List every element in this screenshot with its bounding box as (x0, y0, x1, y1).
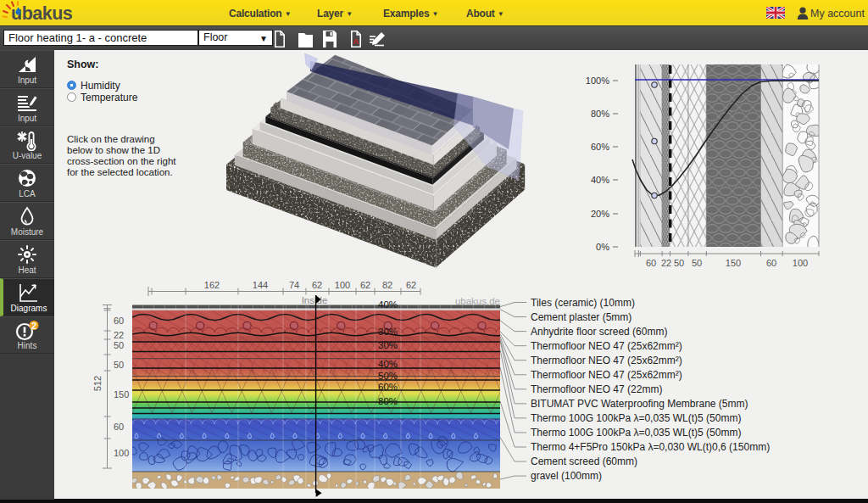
svg-text:Thermo 100G 100kPa λ=0,035 WL(: Thermo 100G 100kPa λ=0,035 WL(t)5 (50mm) (531, 412, 741, 424)
svg-text:Thermofloor NEO 47 (25x62mm²): Thermofloor NEO 47 (25x62mm²) (531, 355, 682, 366)
svg-text:162: 162 (204, 280, 220, 290)
svg-text:22: 22 (114, 330, 124, 340)
svg-text:144: 144 (253, 280, 268, 290)
svg-text:Anhydrite floor screed (60mm): Anhydrite floor screed (60mm) (531, 326, 667, 338)
svg-text:60%: 60% (591, 142, 609, 152)
svg-text:62: 62 (406, 280, 416, 290)
svg-text:40%: 40% (591, 175, 609, 185)
svg-text:Cement plaster (5mm): Cement plaster (5mm) (531, 311, 632, 323)
svg-text:62: 62 (360, 280, 370, 290)
svg-text:60%: 60% (378, 382, 398, 392)
svg-text:100: 100 (793, 258, 808, 268)
svg-text:Tiles (ceramic) (10mm): Tiles (ceramic) (10mm) (531, 297, 635, 309)
svg-text:50: 50 (674, 258, 684, 268)
svg-text:BITUMAT PVC Waterproofing Memb: BITUMAT PVC Waterproofing Membrane (5mm) (531, 398, 748, 410)
svg-text:2: 2 (31, 321, 36, 331)
svg-text:100: 100 (114, 448, 129, 458)
svg-text:40%: 40% (378, 299, 398, 310)
svg-text:512: 512 (92, 376, 103, 391)
svg-text:A: A (353, 36, 359, 46)
svg-text:82: 82 (382, 280, 392, 290)
svg-text:60: 60 (114, 422, 124, 432)
svg-text:22: 22 (661, 258, 671, 268)
svg-text:Thermofloor NEO 47 (22mm): Thermofloor NEO 47 (22mm) (531, 383, 662, 395)
svg-text:Thermofloor NEO 47 (25x62mm²): Thermofloor NEO 47 (25x62mm²) (531, 369, 682, 381)
svg-text:60: 60 (646, 258, 656, 268)
svg-text:150: 150 (726, 258, 741, 268)
svg-text:30%: 30% (378, 340, 398, 350)
svg-text:100%: 100% (586, 75, 609, 86)
svg-text:20%: 20% (591, 209, 609, 219)
svg-text:50%: 50% (378, 371, 398, 381)
svg-text:Thermo 100G 100kPa λ=0,035 WL(: Thermo 100G 100kPa λ=0,035 WL(t)5 (50mm) (531, 427, 741, 439)
svg-text:100: 100 (335, 280, 350, 290)
svg-text:Thermo 4+F5Pro 150kPa λ=0,030: Thermo 4+F5Pro 150kPa λ=0,030 WL(t)0,6 (… (531, 441, 770, 453)
svg-text:150: 150 (114, 389, 129, 400)
svg-text:30%: 30% (378, 327, 398, 337)
svg-text:0%: 0% (596, 242, 609, 252)
svg-text:Thermofloor NEO 47 (25x62mm²): Thermofloor NEO 47 (25x62mm²) (531, 340, 682, 352)
svg-text:60: 60 (114, 316, 124, 326)
svg-text:Cement screed (60mm): Cement screed (60mm) (531, 455, 637, 467)
svg-text:50: 50 (114, 360, 124, 370)
svg-text:50: 50 (114, 340, 124, 350)
svg-text:40%: 40% (378, 359, 398, 369)
svg-text:80%: 80% (591, 109, 609, 119)
svg-text:50: 50 (692, 258, 702, 268)
svg-text:gravel (100mm): gravel (100mm) (531, 470, 602, 482)
svg-text:62: 62 (312, 280, 322, 290)
svg-text:74: 74 (289, 280, 299, 290)
svg-text:80%: 80% (378, 396, 398, 406)
svg-text:Inside: Inside (302, 295, 328, 305)
svg-text:60: 60 (766, 258, 776, 268)
svg-text:ubakus.de: ubakus.de (455, 296, 500, 306)
